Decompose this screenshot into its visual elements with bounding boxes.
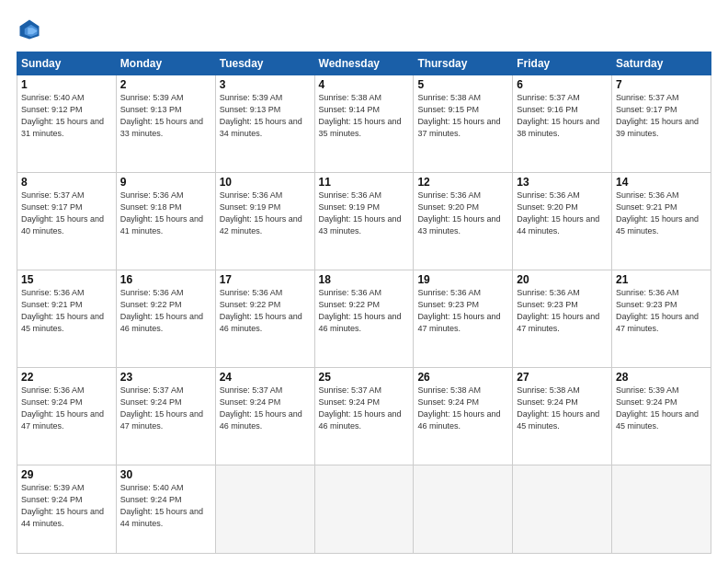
calendar-cell: 3 Sunrise: 5:39 AM Sunset: 9:13 PM Dayli…	[215, 75, 314, 173]
weekday-header-monday: Monday	[116, 52, 215, 75]
day-info: Sunrise: 5:39 AM Sunset: 9:24 PM Dayligh…	[21, 482, 112, 530]
calendar-cell: 21 Sunrise: 5:36 AM Sunset: 9:23 PM Dayl…	[612, 270, 711, 368]
day-info: Sunrise: 5:39 AM Sunset: 9:13 PM Dayligh…	[120, 92, 211, 140]
day-info: Sunrise: 5:37 AM Sunset: 9:24 PM Dayligh…	[120, 385, 211, 432]
calendar-cell	[513, 465, 612, 554]
day-info: Sunrise: 5:38 AM Sunset: 9:15 PM Dayligh…	[417, 92, 508, 140]
weekday-header-thursday: Thursday	[414, 52, 513, 75]
day-number: 16	[120, 273, 211, 286]
calendar-cell: 14 Sunrise: 5:36 AM Sunset: 9:21 PM Dayl…	[612, 173, 711, 270]
calendar-week-row: 8 Sunrise: 5:37 AM Sunset: 9:17 PM Dayli…	[17, 173, 711, 270]
calendar-cell	[215, 465, 314, 554]
calendar-table: SundayMondayTuesdayWednesdayThursdayFrid…	[17, 52, 711, 554]
calendar-cell: 29 Sunrise: 5:39 AM Sunset: 9:24 PM Dayl…	[17, 465, 117, 554]
calendar-cell: 2 Sunrise: 5:39 AM Sunset: 9:13 PM Dayli…	[116, 75, 215, 173]
day-info: Sunrise: 5:36 AM Sunset: 9:23 PM Dayligh…	[616, 287, 707, 335]
day-number: 11	[319, 176, 410, 189]
calendar-cell: 20 Sunrise: 5:36 AM Sunset: 9:23 PM Dayl…	[513, 270, 612, 368]
day-info: Sunrise: 5:40 AM Sunset: 9:24 PM Dayligh…	[120, 482, 211, 530]
calendar-cell: 6 Sunrise: 5:37 AM Sunset: 9:16 PM Dayli…	[513, 75, 612, 173]
calendar-cell	[612, 465, 711, 554]
day-info: Sunrise: 5:36 AM Sunset: 9:18 PM Dayligh…	[120, 190, 211, 237]
weekday-header-saturday: Saturday	[612, 52, 711, 75]
day-number: 27	[517, 371, 608, 384]
day-info: Sunrise: 5:36 AM Sunset: 9:23 PM Dayligh…	[417, 287, 508, 335]
day-number: 6	[517, 78, 608, 91]
calendar-cell: 7 Sunrise: 5:37 AM Sunset: 9:17 PM Dayli…	[612, 75, 711, 173]
day-info: Sunrise: 5:37 AM Sunset: 9:16 PM Dayligh…	[517, 92, 608, 140]
page: SundayMondayTuesdayWednesdayThursdayFrid…	[0, 0, 728, 563]
calendar-cell: 12 Sunrise: 5:36 AM Sunset: 9:20 PM Dayl…	[414, 173, 513, 270]
day-info: Sunrise: 5:37 AM Sunset: 9:24 PM Dayligh…	[319, 385, 410, 432]
day-number: 4	[319, 78, 410, 91]
calendar-cell: 1 Sunrise: 5:40 AM Sunset: 9:12 PM Dayli…	[17, 75, 117, 173]
day-info: Sunrise: 5:37 AM Sunset: 9:17 PM Dayligh…	[21, 190, 112, 237]
day-info: Sunrise: 5:40 AM Sunset: 9:12 PM Dayligh…	[21, 92, 112, 140]
day-number: 26	[417, 371, 508, 384]
weekday-header-tuesday: Tuesday	[215, 52, 314, 75]
weekday-header-row: SundayMondayTuesdayWednesdayThursdayFrid…	[17, 52, 711, 75]
day-number: 29	[21, 468, 112, 481]
calendar-cell	[414, 465, 513, 554]
logo-icon	[17, 17, 42, 42]
day-number: 24	[220, 371, 311, 384]
calendar-cell: 8 Sunrise: 5:37 AM Sunset: 9:17 PM Dayli…	[17, 173, 117, 270]
day-number: 3	[220, 78, 311, 91]
day-info: Sunrise: 5:36 AM Sunset: 9:19 PM Dayligh…	[220, 190, 311, 237]
calendar-cell: 4 Sunrise: 5:38 AM Sunset: 9:14 PM Dayli…	[314, 75, 414, 173]
day-number: 20	[517, 273, 608, 286]
day-number: 25	[319, 371, 410, 384]
day-info: Sunrise: 5:37 AM Sunset: 9:24 PM Dayligh…	[220, 385, 311, 432]
calendar-cell: 19 Sunrise: 5:36 AM Sunset: 9:23 PM Dayl…	[414, 270, 513, 368]
weekday-header-friday: Friday	[513, 52, 612, 75]
calendar-week-row: 15 Sunrise: 5:36 AM Sunset: 9:21 PM Dayl…	[17, 270, 711, 368]
calendar-cell: 26 Sunrise: 5:38 AM Sunset: 9:24 PM Dayl…	[414, 368, 513, 465]
day-number: 8	[21, 176, 112, 189]
day-number: 15	[21, 273, 112, 286]
day-info: Sunrise: 5:36 AM Sunset: 9:24 PM Dayligh…	[21, 385, 112, 432]
calendar-cell: 25 Sunrise: 5:37 AM Sunset: 9:24 PM Dayl…	[314, 368, 414, 465]
calendar-cell: 11 Sunrise: 5:36 AM Sunset: 9:19 PM Dayl…	[314, 173, 414, 270]
day-number: 7	[616, 78, 707, 91]
day-info: Sunrise: 5:39 AM Sunset: 9:24 PM Dayligh…	[616, 385, 707, 432]
calendar-cell: 15 Sunrise: 5:36 AM Sunset: 9:21 PM Dayl…	[17, 270, 117, 368]
logo	[17, 17, 46, 42]
day-info: Sunrise: 5:37 AM Sunset: 9:17 PM Dayligh…	[616, 92, 707, 140]
weekday-header-sunday: Sunday	[17, 52, 117, 75]
calendar-cell: 13 Sunrise: 5:36 AM Sunset: 9:20 PM Dayl…	[513, 173, 612, 270]
day-number: 2	[120, 78, 211, 91]
calendar-cell: 16 Sunrise: 5:36 AM Sunset: 9:22 PM Dayl…	[116, 270, 215, 368]
calendar-cell: 27 Sunrise: 5:38 AM Sunset: 9:24 PM Dayl…	[513, 368, 612, 465]
calendar-cell: 9 Sunrise: 5:36 AM Sunset: 9:18 PM Dayli…	[116, 173, 215, 270]
day-number: 1	[21, 78, 112, 91]
day-info: Sunrise: 5:38 AM Sunset: 9:14 PM Dayligh…	[319, 92, 410, 140]
day-number: 13	[517, 176, 608, 189]
calendar-cell: 10 Sunrise: 5:36 AM Sunset: 9:19 PM Dayl…	[215, 173, 314, 270]
day-info: Sunrise: 5:39 AM Sunset: 9:13 PM Dayligh…	[220, 92, 311, 140]
calendar-cell: 5 Sunrise: 5:38 AM Sunset: 9:15 PM Dayli…	[414, 75, 513, 173]
calendar-week-row: 29 Sunrise: 5:39 AM Sunset: 9:24 PM Dayl…	[17, 465, 711, 554]
day-number: 28	[616, 371, 707, 384]
day-number: 21	[616, 273, 707, 286]
day-number: 22	[21, 371, 112, 384]
calendar-week-row: 22 Sunrise: 5:36 AM Sunset: 9:24 PM Dayl…	[17, 368, 711, 465]
day-info: Sunrise: 5:36 AM Sunset: 9:19 PM Dayligh…	[319, 190, 410, 237]
day-number: 23	[120, 371, 211, 384]
day-info: Sunrise: 5:38 AM Sunset: 9:24 PM Dayligh…	[517, 385, 608, 432]
day-number: 19	[417, 273, 508, 286]
day-number: 12	[417, 176, 508, 189]
header	[17, 17, 711, 42]
calendar-week-row: 1 Sunrise: 5:40 AM Sunset: 9:12 PM Dayli…	[17, 75, 711, 173]
day-number: 14	[616, 176, 707, 189]
calendar-cell: 23 Sunrise: 5:37 AM Sunset: 9:24 PM Dayl…	[116, 368, 215, 465]
calendar-cell	[314, 465, 414, 554]
day-info: Sunrise: 5:36 AM Sunset: 9:22 PM Dayligh…	[319, 287, 410, 335]
day-info: Sunrise: 5:36 AM Sunset: 9:23 PM Dayligh…	[517, 287, 608, 335]
day-number: 18	[319, 273, 410, 286]
day-number: 17	[220, 273, 311, 286]
day-info: Sunrise: 5:36 AM Sunset: 9:22 PM Dayligh…	[220, 287, 311, 335]
calendar-cell: 28 Sunrise: 5:39 AM Sunset: 9:24 PM Dayl…	[612, 368, 711, 465]
calendar-cell: 17 Sunrise: 5:36 AM Sunset: 9:22 PM Dayl…	[215, 270, 314, 368]
day-number: 10	[220, 176, 311, 189]
calendar-cell: 24 Sunrise: 5:37 AM Sunset: 9:24 PM Dayl…	[215, 368, 314, 465]
